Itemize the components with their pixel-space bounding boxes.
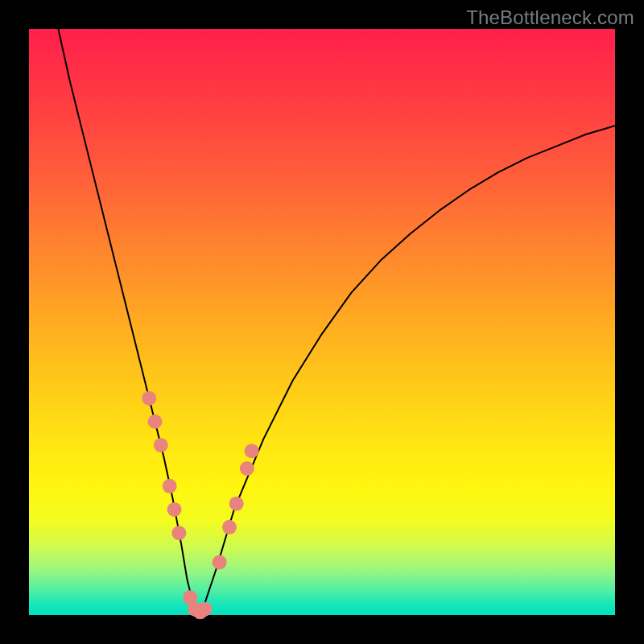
highlight-dot: [163, 479, 177, 493]
highlight-dots: [142, 391, 258, 620]
watermark-text: TheBottleneck.com: [466, 6, 634, 29]
highlight-dot: [229, 497, 244, 511]
chart-overlay: [29, 29, 615, 615]
highlight-dot: [222, 520, 237, 535]
highlight-dot: [142, 391, 156, 406]
highlight-dot: [213, 555, 227, 569]
highlight-dot: [171, 526, 186, 540]
highlight-dot: [154, 438, 168, 452]
highlight-dot: [197, 602, 212, 617]
highlight-dot: [148, 415, 163, 429]
chart-frame: TheBottleneck.com: [0, 0, 644, 644]
bottleneck-curve: [58, 29, 615, 615]
plot-area: [29, 29, 615, 615]
highlight-dot: [240, 461, 254, 476]
highlight-dot: [245, 444, 259, 458]
highlight-dot: [167, 502, 182, 517]
